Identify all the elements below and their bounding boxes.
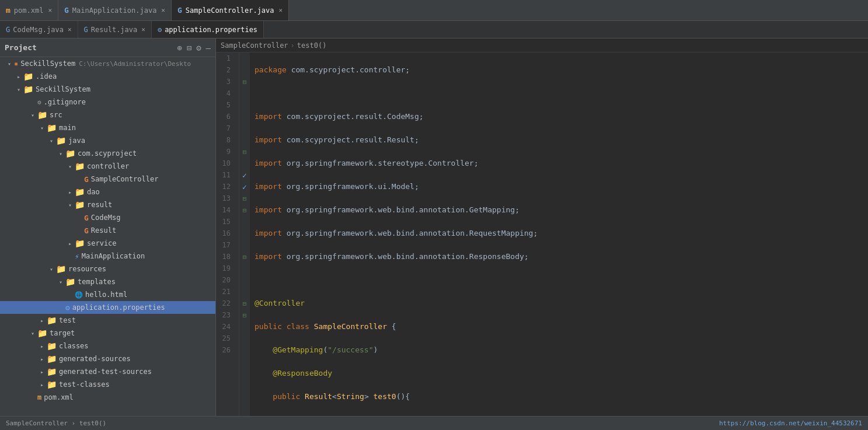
folder-icon-gen-sources: 📁 (47, 354, 57, 363)
status-left: SampleController › test0() (6, 419, 106, 427)
tab-label-pom: pom.xml (14, 6, 44, 15)
tree-item-root[interactable]: ▪ SeckillSystem C:\Users\Administrator\D… (0, 57, 215, 70)
tree-item-main-folder[interactable]: 📁 main (0, 121, 215, 134)
folder-icon-dao: 📁 (75, 187, 85, 197)
folder-icon-gen-test-sources: 📁 (47, 367, 57, 376)
tree-item-com-scyproject[interactable]: 📁 com.scyproject (0, 147, 215, 160)
sec-label-codemsg: CodeMsg.java (13, 26, 64, 34)
tree-item-gen-sources[interactable]: 📁 generated-sources (0, 352, 215, 365)
tree-item-codemsg[interactable]: G CodeMsg (0, 211, 215, 224)
tree-label-idea: .idea (36, 72, 57, 81)
tree-arrow-test-classes (37, 382, 47, 388)
tree-arrow-main-folder (37, 125, 47, 131)
tree-item-result-class[interactable]: G Result (0, 224, 215, 237)
tree-item-gen-test-sources[interactable]: 📁 generated-test-sources (0, 365, 215, 378)
tab-icon-sample: G (177, 6, 182, 15)
tree-label-gen-test-sources: generated-test-sources (59, 368, 152, 376)
code-line-13: @GetMapping("/success") (255, 344, 863, 356)
tree-arrow-result-folder (65, 202, 75, 208)
tree-item-java[interactable]: 📁 java (0, 134, 215, 147)
tree-arrow-gen-test-sources (37, 369, 47, 375)
tree-item-service[interactable]: 📁 service (0, 237, 215, 250)
folder-icon-com-scyproject: 📁 (65, 149, 75, 158)
tree-item-hello-html[interactable]: 🌐 hello.html (0, 288, 215, 301)
code-content[interactable]: package com.scyproject.controller; impor… (250, 53, 868, 416)
status-breadcrumb: SampleController › test0() (6, 419, 106, 427)
sec-close-codemsg[interactable]: ✕ (68, 26, 72, 33)
tree-label-result-class: Result (91, 226, 116, 235)
tree-item-gitignore[interactable]: ⚙ .gitignore (0, 96, 215, 109)
tabs-bar: m pom.xml ✕ G MainApplication.java ✕ G S… (0, 0, 868, 21)
tab-sample[interactable]: G SampleController.java ✕ (172, 0, 289, 20)
tree-label-result-folder: result (87, 201, 112, 209)
status-bc-left: SampleController (6, 419, 68, 427)
tree-item-classes[interactable]: 📁 classes (0, 340, 215, 352)
editor[interactable]: 1 2 3 4 5 6 7 8 9 10 11 12 13 14 15 16 1 (216, 53, 868, 416)
collapse-icon[interactable]: ⊟ (187, 43, 191, 53)
file-icon-appprops: ⚙ (65, 303, 70, 312)
tree-arrow-service (65, 240, 75, 247)
sync-icon[interactable]: ⊕ (177, 43, 182, 53)
code-line-2 (255, 88, 863, 99)
tree-label-gen-sources: generated-sources (59, 355, 131, 363)
tree-arrow-classes (37, 343, 47, 349)
tree-label-appprops: application.properties (72, 303, 165, 312)
tree-item-target[interactable]: 📁 target (0, 327, 215, 340)
status-url: https://blog.csdn.net/weixin_44532671 (719, 419, 862, 427)
tree-item-dao[interactable]: 📁 dao (0, 186, 215, 198)
minimize-icon[interactable]: — (206, 43, 211, 53)
tree-label-service: service (87, 239, 117, 247)
sec-tab-result[interactable]: G Result.java ✕ (78, 21, 152, 38)
tree-item-seckill[interactable]: 📁 SeckillSystem (0, 83, 215, 96)
code-area: 1 2 3 4 5 6 7 8 9 10 11 12 13 14 15 16 1 (216, 53, 868, 416)
tree-arrow-templates (56, 279, 65, 285)
tab-close-main[interactable]: ✕ (161, 6, 165, 14)
tab-main[interactable]: G MainApplication.java ✕ (58, 0, 172, 20)
folder-icon-resources: 📁 (56, 264, 66, 274)
settings-icon[interactable]: ⚙ (196, 43, 201, 53)
tree-item-resources[interactable]: 📁 resources (0, 263, 215, 275)
sec-tab-appprops[interactable]: ⚙ application.properties (152, 21, 264, 38)
tree-item-idea[interactable]: 📁 .idea (0, 70, 215, 83)
secondary-tabs: G CodeMsg.java ✕ G Result.java ✕ ⚙ appli… (0, 21, 868, 39)
tree-item-mainapplication[interactable]: ⚡ MainApplication (0, 250, 215, 263)
breadcrumb-file: SampleController (221, 41, 288, 50)
tree-label-mainapplication: MainApplication (82, 252, 145, 260)
code-line-11: @Controller (255, 298, 863, 309)
code-line-1: package com.scyproject.controller; (255, 64, 863, 76)
tree-arrow-java (47, 138, 56, 144)
tree-item-appprops[interactable]: ⚙ application.properties (0, 301, 215, 314)
tree-item-src[interactable]: 📁 src (0, 109, 215, 121)
main-layout: Project ⊕ ⊟ ⚙ — ▪ SeckillSystem C:\Users… (0, 39, 868, 416)
sec-tab-codemsg[interactable]: G CodeMsg.java ✕ (0, 21, 78, 38)
tab-pom[interactable]: m pom.xml ✕ (0, 0, 58, 20)
file-icon-codemsg: G (84, 214, 89, 222)
tree-label-resources: resources (68, 265, 106, 273)
tree-item-test-classes[interactable]: 📁 test-classes (0, 378, 215, 391)
tab-close-sample[interactable]: ✕ (279, 6, 283, 14)
tree-label-test-classes: test-classes (59, 380, 110, 389)
sec-close-result[interactable]: ✕ (141, 26, 145, 33)
tree-label-hello-html: hello.html (85, 291, 127, 299)
tree-item-samplecontroller[interactable]: G SampleController (0, 173, 215, 186)
folder-icon-root: ▪ (14, 60, 18, 68)
status-bc-right: test0() (79, 419, 106, 427)
tree-item-result-folder[interactable]: 📁 result (0, 198, 215, 211)
tree-item-pom-xml[interactable]: m pom.xml (0, 391, 215, 404)
folder-icon-templates: 📁 (65, 277, 75, 286)
tree-arrow-com-scyproject (56, 151, 65, 157)
tree-item-controller[interactable]: 📁 controller (0, 160, 215, 173)
folder-icon-service: 📁 (75, 239, 85, 248)
tree-label-seckill: SeckillSystem (36, 85, 90, 93)
tab-close-pom[interactable]: ✕ (48, 6, 52, 14)
tree-item-test[interactable]: 📁 test (0, 314, 215, 327)
file-icon-samplecontroller: G (84, 175, 89, 184)
tree-item-templates[interactable]: 📁 templates (0, 275, 215, 288)
file-icon-pom-xml: m (37, 393, 41, 401)
sec-label-result: Result.java (91, 26, 137, 34)
code-line-15: public Result<String> test0(){ (255, 391, 863, 403)
tree-label-test: test (59, 316, 76, 324)
line-numbers: 1 2 3 4 5 6 7 8 9 10 11 12 13 14 15 16 1 (216, 53, 239, 416)
tab-label-main: MainApplication.java (72, 6, 157, 15)
code-line-5: import org.springframework.stereotype.Co… (255, 158, 863, 169)
